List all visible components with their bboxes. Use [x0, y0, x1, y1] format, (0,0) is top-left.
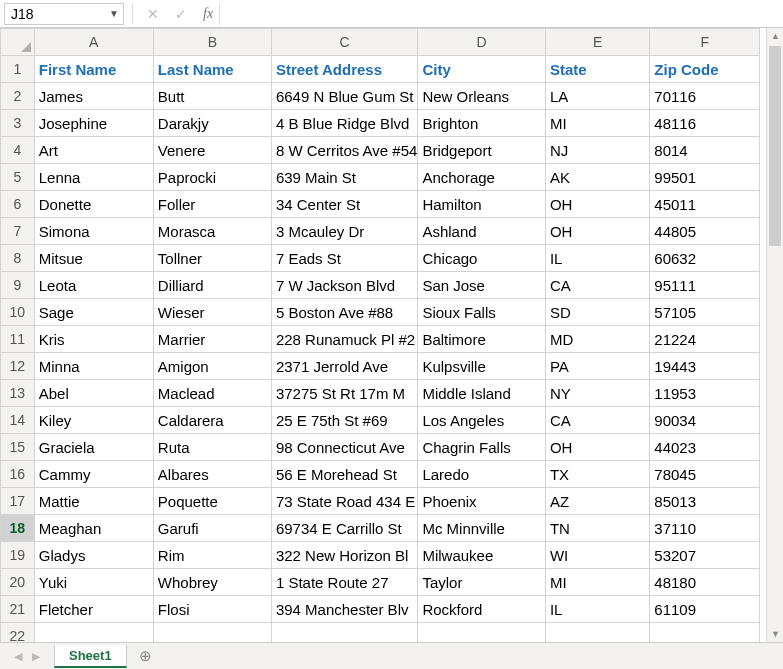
cell[interactable]: San Jose: [418, 272, 546, 299]
scrollbar-thumb[interactable]: [769, 46, 781, 246]
cell[interactable]: AK: [545, 164, 649, 191]
cell[interactable]: 5 Boston Ave #88: [271, 299, 418, 326]
cell[interactable]: Butt: [153, 83, 271, 110]
cell[interactable]: 19443: [650, 353, 760, 380]
column-header-C[interactable]: C: [271, 29, 418, 56]
cell[interactable]: Simona: [34, 218, 153, 245]
cell[interactable]: 60632: [650, 245, 760, 272]
cell[interactable]: Leota: [34, 272, 153, 299]
row-header-5[interactable]: 5: [1, 164, 35, 191]
cell[interactable]: Minna: [34, 353, 153, 380]
cell[interactable]: Hamilton: [418, 191, 546, 218]
cell[interactable]: 8014: [650, 137, 760, 164]
row-header-2[interactable]: 2: [1, 83, 35, 110]
cell[interactable]: Milwaukee: [418, 542, 546, 569]
cell[interactable]: 85013: [650, 488, 760, 515]
enter-icon[interactable]: ✓: [175, 6, 187, 22]
cell[interactable]: 99501: [650, 164, 760, 191]
cell[interactable]: Lenna: [34, 164, 153, 191]
row-header-19[interactable]: 19: [1, 542, 35, 569]
cell[interactable]: Kris: [34, 326, 153, 353]
fx-icon[interactable]: fx: [203, 6, 213, 22]
cell[interactable]: TX: [545, 461, 649, 488]
cell[interactable]: Poquette: [153, 488, 271, 515]
cell[interactable]: Rim: [153, 542, 271, 569]
cell[interactable]: 53207: [650, 542, 760, 569]
cell[interactable]: 21224: [650, 326, 760, 353]
cell[interactable]: Marrier: [153, 326, 271, 353]
cell[interactable]: Middle Island: [418, 380, 546, 407]
cell[interactable]: Morasca: [153, 218, 271, 245]
cell[interactable]: Laredo: [418, 461, 546, 488]
cell[interactable]: LA: [545, 83, 649, 110]
cell[interactable]: Art: [34, 137, 153, 164]
column-header-A[interactable]: A: [34, 29, 153, 56]
cell[interactable]: Donette: [34, 191, 153, 218]
cell[interactable]: 90034: [650, 407, 760, 434]
cell[interactable]: Chagrin Falls: [418, 434, 546, 461]
header-cell[interactable]: First Name: [34, 56, 153, 83]
row-header-21[interactable]: 21: [1, 596, 35, 623]
header-cell[interactable]: State: [545, 56, 649, 83]
cell[interactable]: Kiley: [34, 407, 153, 434]
cell[interactable]: New Orleans: [418, 83, 546, 110]
cell[interactable]: NJ: [545, 137, 649, 164]
cell[interactable]: MD: [545, 326, 649, 353]
row-header-15[interactable]: 15: [1, 434, 35, 461]
cell[interactable]: Darakjy: [153, 110, 271, 137]
row-header-18[interactable]: 18: [1, 515, 35, 542]
cell[interactable]: Anchorage: [418, 164, 546, 191]
cell[interactable]: 44805: [650, 218, 760, 245]
cell[interactable]: Fletcher: [34, 596, 153, 623]
cell[interactable]: Tollner: [153, 245, 271, 272]
cell[interactable]: James: [34, 83, 153, 110]
cell[interactable]: 2371 Jerrold Ave: [271, 353, 418, 380]
cell[interactable]: 98 Connecticut Ave: [271, 434, 418, 461]
scroll-up-icon[interactable]: ▲: [771, 31, 780, 41]
name-box[interactable]: J18 ▼: [4, 3, 124, 25]
cell[interactable]: Venere: [153, 137, 271, 164]
cell[interactable]: SD: [545, 299, 649, 326]
cell[interactable]: IL: [545, 245, 649, 272]
scroll-down-icon[interactable]: ▼: [771, 629, 780, 639]
cell[interactable]: 57105: [650, 299, 760, 326]
cell[interactable]: 45011: [650, 191, 760, 218]
cell[interactable]: Gladys: [34, 542, 153, 569]
cell[interactable]: 228 Runamuck Pl #2: [271, 326, 418, 353]
column-header-E[interactable]: E: [545, 29, 649, 56]
cell[interactable]: 95111: [650, 272, 760, 299]
row-header-3[interactable]: 3: [1, 110, 35, 137]
cell[interactable]: 322 New Horizon Bl: [271, 542, 418, 569]
new-sheet-button[interactable]: ⊕: [127, 647, 164, 665]
cell[interactable]: Mitsue: [34, 245, 153, 272]
cell[interactable]: 6649 N Blue Gum St: [271, 83, 418, 110]
row-header-20[interactable]: 20: [1, 569, 35, 596]
cell[interactable]: IL: [545, 596, 649, 623]
cell[interactable]: Graciela: [34, 434, 153, 461]
cell[interactable]: Meaghan: [34, 515, 153, 542]
cell[interactable]: 37110: [650, 515, 760, 542]
cell[interactable]: Rockford: [418, 596, 546, 623]
name-box-dropdown-icon[interactable]: ▼: [109, 8, 119, 19]
cell[interactable]: Maclead: [153, 380, 271, 407]
cell[interactable]: 78045: [650, 461, 760, 488]
cell[interactable]: NY: [545, 380, 649, 407]
cell[interactable]: 639 Main St: [271, 164, 418, 191]
cell[interactable]: AZ: [545, 488, 649, 515]
cell[interactable]: Sage: [34, 299, 153, 326]
cell[interactable]: 1 State Route 27: [271, 569, 418, 596]
cell[interactable]: Dilliard: [153, 272, 271, 299]
cell[interactable]: 394 Manchester Blv: [271, 596, 418, 623]
cell[interactable]: 3 Mcauley Dr: [271, 218, 418, 245]
header-cell[interactable]: Street Address: [271, 56, 418, 83]
cell[interactable]: Whobrey: [153, 569, 271, 596]
cell[interactable]: 73 State Road 434 E: [271, 488, 418, 515]
cell[interactable]: Brighton: [418, 110, 546, 137]
cell[interactable]: Taylor: [418, 569, 546, 596]
cell[interactable]: MI: [545, 569, 649, 596]
row-header-16[interactable]: 16: [1, 461, 35, 488]
cell[interactable]: Ashland: [418, 218, 546, 245]
cell[interactable]: CA: [545, 272, 649, 299]
cell[interactable]: Sioux Falls: [418, 299, 546, 326]
cell[interactable]: OH: [545, 434, 649, 461]
